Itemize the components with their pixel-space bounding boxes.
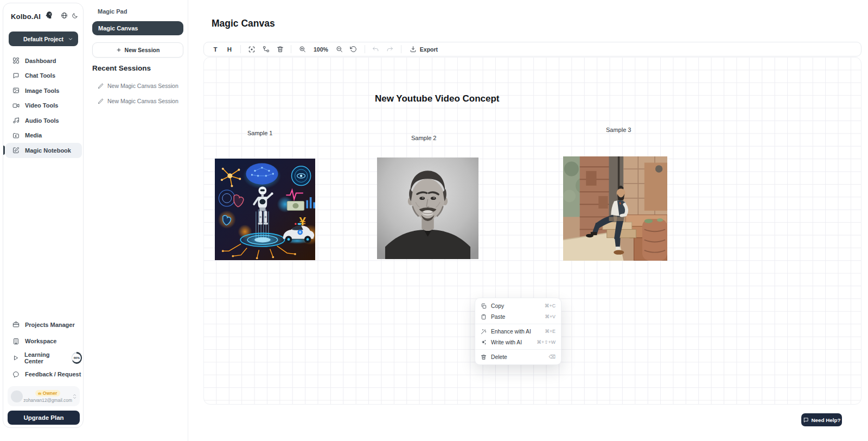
menu-item-shortcut: ⌘+C (545, 303, 556, 308)
sidebar-item-label: Image Tools (25, 87, 59, 94)
sidebar-item-chat-tools[interactable]: Chat Tools (5, 68, 82, 84)
export-label: Export (420, 46, 438, 53)
copy-icon (481, 303, 487, 309)
learning-progress-value: 66% (72, 354, 81, 362)
ai-select-icon (248, 46, 256, 53)
language-globe-icon[interactable] (61, 11, 68, 21)
trash-icon (277, 46, 284, 53)
user-account-card[interactable]: Owner zoharvan12@gmail.com (8, 386, 80, 406)
dashboard-icon (12, 57, 20, 64)
plus-icon (116, 47, 122, 53)
tab-magic-canvas-label: Magic Canvas (98, 25, 138, 32)
tab-magic-pad[interactable]: Magic Pad (98, 8, 127, 15)
sidebar-item-audio-tools[interactable]: Audio Tools (5, 113, 82, 128)
sidebar-item-video-tools[interactable]: Video Tools (5, 98, 82, 114)
sidebar-item-media[interactable]: Media (5, 128, 82, 143)
tab-magic-canvas[interactable]: Magic Canvas (92, 21, 183, 35)
audio-icon (12, 117, 20, 124)
menu-item-label: Paste (491, 314, 505, 320)
brand-logo: Kolbo.AI (11, 11, 77, 22)
page-title: Magic Canvas (212, 18, 275, 29)
sample-1-image-ai-concept[interactable]: ¥ (215, 159, 315, 260)
menu-item-label: Enhance with AI (491, 329, 531, 335)
media-folder-icon (12, 132, 20, 139)
sidebar-item-label: Magic Notebook (25, 147, 71, 154)
undo-button[interactable] (370, 43, 382, 55)
heading-tool-button[interactable]: H (224, 43, 235, 55)
zoom-out-icon (336, 46, 343, 53)
context-menu-delete[interactable]: Delete ⌫ (475, 351, 561, 362)
toolbar-divider (291, 45, 291, 53)
sidebar-item-label: Media (25, 132, 42, 138)
toolbar-divider (401, 45, 401, 53)
sidebar-item-workspace[interactable]: Workspace (5, 333, 82, 349)
redo-button[interactable] (384, 43, 396, 55)
connector-tool-button[interactable] (260, 43, 272, 55)
canvas-toolbar: T H 100% Export (203, 42, 861, 56)
sidebar-item-projects-manager[interactable]: Projects Manager (5, 317, 82, 332)
canvas-heading-text[interactable]: New Youtube Video Concept (375, 93, 500, 104)
zoom-in-button[interactable] (296, 43, 308, 55)
export-button[interactable]: Export (406, 46, 441, 53)
paste-icon (481, 314, 487, 320)
sidebar-item-label: Projects Manager (25, 322, 75, 328)
menu-divider (475, 349, 561, 350)
session-label: New Magic Canvas Session (107, 83, 178, 89)
building-icon (12, 338, 20, 345)
active-indicator (3, 146, 5, 155)
recent-session-item[interactable]: New Magic Canvas Session (98, 83, 184, 89)
text-tool-button[interactable]: T (209, 43, 221, 55)
pencil-icon (98, 83, 104, 89)
sidebar-item-learning-center[interactable]: Learning Center 66% (5, 350, 82, 366)
project-selector[interactable]: Default Project (9, 32, 78, 46)
rotate-icon (350, 46, 357, 53)
sidebar-item-image-tools[interactable]: Image Tools (5, 83, 82, 98)
context-menu-paste[interactable]: Paste ⌘+V (475, 311, 561, 322)
context-menu-copy[interactable]: Copy ⌘+C (475, 300, 561, 311)
zoom-out-button[interactable] (334, 43, 346, 55)
upgrade-plan-button[interactable]: Upgrade Plan (8, 411, 80, 425)
recent-session-item[interactable]: New Magic Canvas Session (98, 98, 184, 104)
sidebar-item-feedback-request[interactable]: Feedback / Request (5, 367, 82, 382)
menu-item-shortcut: ⌫ (549, 354, 556, 360)
menu-item-label: Copy (491, 303, 504, 309)
session-panel: Magic Pad Magic Canvas New Session Recen… (84, 0, 188, 441)
sample-1-label[interactable]: Sample 1 (247, 130, 272, 136)
sidebar-item-dashboard[interactable]: Dashboard (5, 53, 82, 68)
dark-mode-moon-icon[interactable] (72, 11, 78, 21)
learning-progress-ring: 66% (72, 352, 82, 364)
upgrade-plan-label: Upgrade Plan (23, 414, 63, 421)
sidebar: Kolbo.AI Default Project Dashboard Chat … (3, 3, 84, 428)
avatar (11, 390, 23, 402)
sidebar-nav: Dashboard Chat Tools Image Tools Video T… (5, 53, 82, 158)
trash-icon (481, 354, 487, 360)
sample-3-image-ruins[interactable] (563, 156, 667, 261)
video-icon (12, 102, 20, 109)
need-help-button[interactable]: Need Help? (801, 413, 842, 426)
crown-icon (37, 391, 42, 395)
new-session-button[interactable]: New Session (92, 42, 183, 58)
ai-select-button[interactable] (246, 43, 258, 55)
image-icon (12, 87, 20, 94)
sidebar-item-magic-notebook[interactable]: Magic Notebook (5, 143, 82, 158)
delete-tool-button[interactable] (274, 43, 286, 55)
reset-view-button[interactable] (348, 43, 360, 55)
context-menu-write-with-ai[interactable]: Write with AI ⌘+⇧+W (475, 337, 561, 348)
sample-3-label[interactable]: Sample 3 (606, 127, 631, 133)
magic-notebook-icon (12, 147, 20, 154)
sample-2-image-portrait[interactable] (377, 158, 478, 259)
sidebar-item-label: Video Tools (25, 102, 58, 109)
context-menu-enhance-with-ai[interactable]: Enhance with AI ⌘+E (475, 326, 561, 337)
toolbar-divider (365, 45, 365, 53)
sample-2-label[interactable]: Sample 2 (411, 135, 436, 141)
briefcase-icon (12, 321, 20, 328)
brand-head-icon (44, 11, 53, 22)
sidebar-item-label: Workspace (25, 338, 57, 344)
toolbar-divider (240, 45, 241, 53)
pencil-icon (98, 98, 104, 104)
brand-name: Kolbo.AI (11, 12, 41, 21)
sidebar-item-label: Feedback / Request (25, 371, 81, 377)
sidebar-footer-nav: Projects Manager Workspace Learning Cent… (5, 317, 82, 383)
sidebar-item-label: Dashboard (25, 58, 56, 64)
user-email: zoharvan12@gmail.com (23, 398, 72, 403)
